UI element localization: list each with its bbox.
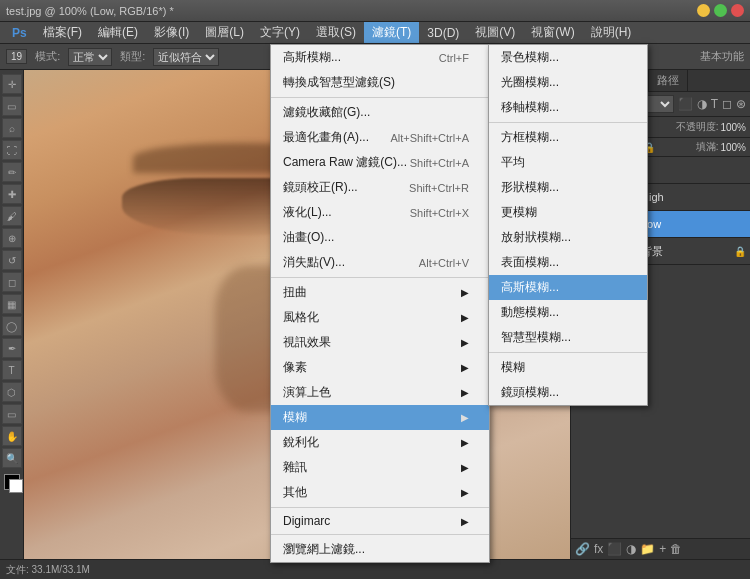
layer-eye-low[interactable]: 👁	[591, 217, 605, 231]
tool-zoom[interactable]: 🔍	[2, 448, 22, 468]
layer-lock-icon-bg: 🔒	[734, 246, 746, 257]
menu-window[interactable]: 視窗(W)	[523, 22, 582, 43]
filter-type-text[interactable]: T	[711, 97, 718, 111]
right-panel: 圖層 色版 路徑 🔍 種類 ⬛ ◑ T ◻ ⊛ 正常	[570, 70, 750, 559]
tool-stamp[interactable]: ⊕	[2, 228, 22, 248]
foreground-color[interactable]	[4, 474, 20, 490]
tool-dodge[interactable]: ◯	[2, 316, 22, 336]
layer-thumb-high	[609, 186, 637, 208]
layer-eye-bg[interactable]: 👁	[591, 244, 605, 258]
tool-shape[interactable]: ▭	[2, 404, 22, 424]
link-icon[interactable]: 🔗	[575, 542, 590, 556]
lock-all-icon[interactable]: 🔒	[643, 142, 655, 153]
layer-high[interactable]: 👁 High	[571, 184, 750, 211]
tool-text[interactable]: T	[2, 360, 22, 380]
type-label: 類型:	[120, 49, 145, 64]
adjustment-icon[interactable]: ◑	[626, 542, 636, 556]
tool-eraser[interactable]: ◻	[2, 272, 22, 292]
delete-layer-icon[interactable]: 🗑	[670, 542, 682, 556]
mode-select[interactable]: 正常	[68, 48, 112, 66]
fx-icon[interactable]: fx	[594, 542, 603, 556]
folder-new-icon[interactable]: 📁	[640, 542, 655, 556]
menu-select[interactable]: 選取(S)	[308, 22, 364, 43]
lock-paint-icon[interactable]: 🖌	[617, 142, 627, 153]
blend-mode-select[interactable]: 正常	[575, 119, 645, 135]
tools-panel: ✛ ▭ ⌕ ⛶ ✏ ✚ 🖌 ⊕ ↺ ◻ ▦ ◯ ✒ T ⬡ ▭ ✋ 🔍	[0, 70, 24, 559]
add-layer-icon[interactable]: +	[659, 542, 666, 556]
tab-channels[interactable]: 色版	[610, 70, 649, 91]
tool-heal[interactable]: ✚	[2, 184, 22, 204]
eyebrow-left	[133, 143, 351, 172]
panel-bottom: 🔗 fx ⬛ ◑ 📁 + 🗑	[571, 538, 750, 559]
filter-type-adjust[interactable]: ◑	[697, 97, 707, 111]
filter-type-shape[interactable]: ◻	[722, 97, 732, 111]
layer-group-thumb	[593, 159, 621, 181]
lock-fill-row: 鎖定: ⬚ 🖌 ✛ 🔒 填滿: 100%	[571, 138, 750, 157]
background-color[interactable]	[9, 479, 23, 493]
tab-paths[interactable]: 路徑	[649, 70, 688, 91]
window-title: test.jpg @ 100% (Low, RGB/16*) *	[6, 5, 174, 17]
menu-edit[interactable]: 編輯(E)	[90, 22, 146, 43]
window-controls	[697, 4, 744, 17]
workspace-label: 基本功能	[700, 49, 744, 64]
title-bar: test.jpg @ 100% (Low, RGB/16*) *	[0, 0, 750, 22]
layer-thumb-bg	[609, 240, 637, 262]
layers-empty-area	[571, 265, 750, 538]
menu-ps[interactable]: Ps	[4, 24, 35, 42]
menu-help[interactable]: 說明(H)	[583, 22, 640, 43]
tool-crop[interactable]: ⛶	[2, 140, 22, 160]
maximize-btn[interactable]	[714, 4, 727, 17]
add-mask-icon[interactable]: ⬛	[607, 542, 622, 556]
layer-name-low: Low	[641, 218, 661, 230]
status-doc: 文件: 33.1M/33.1M	[6, 563, 90, 577]
tool-move[interactable]: ✛	[2, 74, 22, 94]
status-bar: 文件: 33.1M/33.1M	[0, 559, 750, 579]
tool-lasso[interactable]: ⌕	[2, 118, 22, 138]
kind-select[interactable]: 種類	[591, 95, 674, 113]
tool-brush[interactable]: 🖌	[2, 206, 22, 226]
lock-move-icon[interactable]: ✛	[631, 142, 639, 153]
canvas-area	[24, 70, 570, 559]
filter-icon: 🔍	[575, 99, 587, 110]
tool-history[interactable]: ↺	[2, 250, 22, 270]
layer-eye-fs[interactable]: 👁	[575, 163, 589, 177]
menu-filter[interactable]: 濾鏡(T)	[364, 22, 419, 43]
tool-path[interactable]: ⬡	[2, 382, 22, 402]
layer-low[interactable]: 👁 Low	[571, 211, 750, 238]
filter-type-pixel[interactable]: ⬛	[678, 97, 693, 111]
tab-layers[interactable]: 圖層	[571, 70, 610, 91]
menu-file[interactable]: 檔案(F)	[35, 22, 90, 43]
layers-panel: 🔍 種類 ⬛ ◑ T ◻ ⊛ 正常 不透明度: 100%	[571, 92, 750, 559]
tool-gradient[interactable]: ▦	[2, 294, 22, 314]
eye-left	[122, 178, 351, 237]
main-area: ✛ ▭ ⌕ ⛶ ✏ ✚ 🖌 ⊕ ↺ ◻ ▦ ◯ ✒ T ⬡ ▭ ✋ 🔍	[0, 70, 750, 559]
lock-transparent-icon[interactable]: ⬚	[604, 142, 613, 153]
tool-select[interactable]: ▭	[2, 96, 22, 116]
tool-number: 19	[6, 49, 27, 64]
fill-label: 填滿:	[696, 140, 719, 154]
layer-name-high: High	[641, 191, 664, 203]
close-btn[interactable]	[731, 4, 744, 17]
tool-hand[interactable]: ✋	[2, 426, 22, 446]
menu-bar: Ps 檔案(F) 編輯(E) 影像(I) 圖層(L) 文字(Y) 選取(S) 濾…	[0, 22, 750, 44]
menu-layer[interactable]: 圖層(L)	[197, 22, 252, 43]
opacity-label: 不透明度:	[676, 120, 719, 134]
menu-image[interactable]: 影像(I)	[146, 22, 197, 43]
menu-3d[interactable]: 3D(D)	[419, 24, 467, 42]
layer-eye-high[interactable]: 👁	[591, 190, 605, 204]
nose-shadow	[215, 266, 324, 413]
menu-view[interactable]: 視圖(V)	[467, 22, 523, 43]
opacity-row: 不透明度: 100%	[676, 120, 746, 134]
tool-eyedropper[interactable]: ✏	[2, 162, 22, 182]
options-bar: 19 模式: 正常 類型: 近似符合 基本功能	[0, 44, 750, 70]
layer-group-fs[interactable]: 👁 ▶ fs	[571, 157, 750, 184]
type-select[interactable]: 近似符合	[153, 48, 219, 66]
fill-row: 填滿: 100%	[696, 140, 746, 154]
group-name: fs	[638, 164, 647, 176]
layer-name-bg: 背景	[641, 244, 663, 259]
layer-bg[interactable]: 👁 背景 🔒	[571, 238, 750, 265]
menu-type[interactable]: 文字(Y)	[252, 22, 308, 43]
filter-type-smart[interactable]: ⊛	[736, 97, 746, 111]
tool-pen[interactable]: ✒	[2, 338, 22, 358]
minimize-btn[interactable]	[697, 4, 710, 17]
